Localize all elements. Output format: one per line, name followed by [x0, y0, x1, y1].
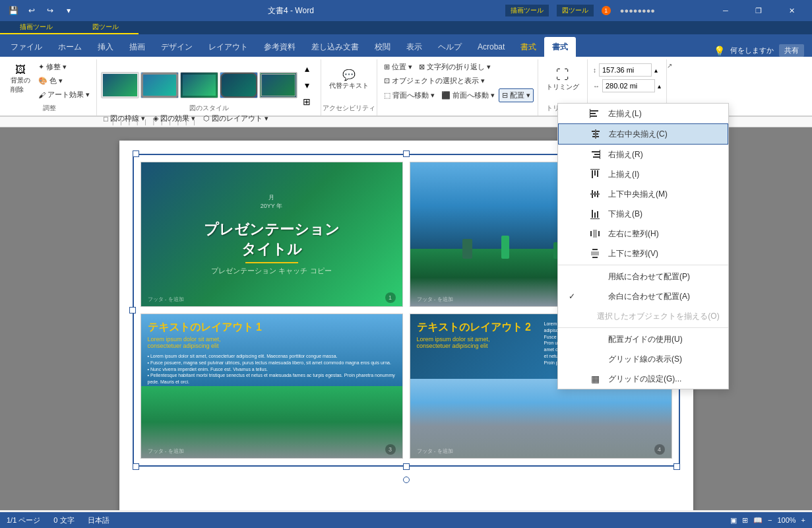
color-button[interactable]: 🎨 色 ▾ — [36, 75, 92, 87]
style-thumb-1[interactable] — [101, 72, 139, 98]
width-input[interactable] — [602, 79, 655, 92]
align-left-check — [569, 109, 582, 118]
tab-review[interactable]: 校閲 — [367, 37, 398, 57]
remove-bg-button[interactable]: 🖼 背景の削除 — [7, 61, 34, 98]
svg-rect-25 — [593, 230, 597, 238]
handle-bottom-center[interactable] — [403, 463, 410, 470]
width-row: ↔ ▴ — [593, 79, 661, 92]
handle-bottom-right[interactable] — [673, 463, 680, 470]
handle-top-left[interactable] — [133, 150, 139, 157]
undo-qat-button[interactable]: ↩ — [24, 3, 40, 18]
tab-design[interactable]: デザイン — [153, 37, 201, 57]
align-arrow: ▾ — [526, 91, 530, 100]
tab-file[interactable]: ファイル — [3, 37, 50, 57]
figure-effect-button[interactable]: ◈ 図の効果 ▾ — [150, 112, 198, 125]
tab-view[interactable]: 表示 — [398, 37, 430, 57]
bring-front-button[interactable]: ⬛ 前面へ移動 ▾ — [439, 88, 497, 102]
obj-select-button[interactable]: ⊡ オブジェクトの選択と表示 ▾ — [381, 75, 487, 87]
menu-distribute-v[interactable]: 上下に整列(V) — [558, 244, 728, 263]
menu-align-top[interactable]: 上揃え(I) — [558, 164, 728, 184]
tab-home[interactable]: ホーム — [50, 37, 90, 57]
tab-insert[interactable]: 挿入 — [90, 37, 121, 57]
language: 日本語 — [88, 515, 109, 525]
width-spinner-up[interactable]: ▴ — [658, 82, 661, 90]
handle-bottom-left[interactable] — [133, 463, 139, 470]
slide4-number: 4 — [654, 444, 665, 455]
menu-align-right[interactable]: 右揃え(R) — [558, 145, 728, 164]
style-scroll-down-button[interactable]: ▾ — [299, 77, 315, 93]
obj-select-icon: ⊡ — [384, 77, 390, 85]
menu-align-left[interactable]: 左揃え(L) — [558, 104, 728, 123]
menu-show-grid[interactable]: グリッド線の表示(S) — [558, 349, 728, 369]
handle-top-center[interactable] — [403, 150, 410, 157]
redo-qat-button[interactable]: ↪ — [42, 3, 58, 18]
zoom-in-button[interactable]: + — [801, 516, 805, 524]
style-thumbnails-row: ▴ ▾ ⊞ — [101, 61, 317, 110]
grid-settings-check — [569, 374, 582, 383]
alt-text-label: 代替テキスト — [329, 81, 369, 90]
customize-qat-button[interactable]: ▾ — [61, 3, 77, 18]
view-read-icon[interactable]: 📖 — [753, 516, 763, 525]
window-title: 文書4 - Word — [77, 5, 505, 16]
view-layout-icon[interactable]: ⊞ — [742, 516, 748, 525]
send-back-icon: ⬚ — [384, 91, 390, 100]
what-do-input[interactable]: 何をしますか — [730, 46, 774, 55]
menu-distribute-h[interactable]: 左右に整列(H) — [558, 224, 728, 244]
style-thumb-2[interactable] — [141, 72, 179, 98]
svg-rect-11 — [600, 150, 600, 159]
figure-styles-group-label: 図のスタイル — [97, 104, 321, 113]
height-input[interactable] — [599, 63, 652, 77]
handle-left[interactable] — [129, 307, 136, 314]
size-inputs: ↕ ▴ ↔ ▴ — [593, 61, 661, 92]
menu-grid-settings[interactable]: ▦ グリッドの設定(G)... — [558, 369, 728, 389]
tab-acrobat[interactable]: Acrobat — [470, 37, 513, 57]
context-label-pic-tools: 図ツール — [73, 21, 139, 34]
alt-text-button[interactable]: 💬 代替テキスト — [325, 61, 373, 98]
minimize-button[interactable]: ─ — [710, 0, 741, 21]
distribute-h-icon — [588, 227, 602, 240]
figure-border-button[interactable]: □ 図の枠線 ▾ — [101, 112, 148, 125]
rotate-handle[interactable] — [403, 477, 410, 483]
tab-format-picture[interactable]: 書式 — [544, 37, 576, 57]
tab-help[interactable]: ヘルプ — [430, 37, 470, 57]
menu-align-center[interactable]: 左右中央揃え(C) — [558, 123, 728, 145]
tab-layout[interactable]: レイアウト — [201, 37, 256, 57]
tab-references[interactable]: 参考資料 — [256, 37, 303, 57]
menu-align-middle[interactable]: 上下中央揃え(M) — [558, 184, 728, 204]
menu-align-bottom[interactable]: 下揃え(B) — [558, 204, 728, 224]
menu-align-page[interactable]: 用紙に合わせて配置(P) — [558, 267, 728, 286]
position-button[interactable]: ⊞ 位置 ▾ — [381, 61, 415, 73]
view-normal-icon[interactable]: ▣ — [730, 516, 737, 525]
restore-button[interactable]: ❐ — [743, 0, 774, 21]
tab-format-text[interactable]: 書式 — [513, 37, 544, 57]
send-back-button[interactable]: ⬚ 背面へ移動 ▾ — [381, 88, 437, 102]
height-spinner-up[interactable]: ▴ — [654, 67, 658, 74]
user-account[interactable]: ●●●●●●●● — [620, 7, 655, 15]
save-qat-button[interactable]: 💾 — [5, 3, 21, 18]
align-top-label: 上揃え(I) — [608, 169, 639, 180]
menu-sep-2 — [558, 327, 728, 328]
close-button[interactable]: ✕ — [776, 0, 807, 21]
alt-text-icon: 💬 — [342, 69, 356, 81]
figure-border-icon: □ — [104, 115, 108, 123]
style-thumb-3[interactable] — [180, 72, 218, 98]
style-thumb-4[interactable] — [220, 72, 258, 98]
align-bottom-icon — [588, 207, 602, 220]
share-button[interactable]: 共有 — [779, 44, 804, 57]
tab-draw[interactable]: 描画 — [121, 37, 153, 57]
align-button[interactable]: ⊟ 配置 ▾ — [499, 88, 534, 102]
menu-align-margin[interactable]: ✓ 余白に合わせて配置(A) — [558, 286, 728, 306]
style-scroll-up-button[interactable]: ▴ — [299, 61, 315, 77]
crop-button[interactable]: ⛶ トリミング — [542, 61, 583, 98]
help-icon[interactable]: 💡 — [714, 46, 725, 56]
text-wrap-button[interactable]: ⊠ 文字列の折り返し ▾ — [416, 61, 493, 73]
tab-mailings[interactable]: 差し込み文書 — [303, 37, 367, 57]
art-effect-button[interactable]: 🖌 アート効果 ▾ — [36, 88, 92, 101]
correction-button[interactable]: ✦ 修整 ▾ — [36, 61, 92, 73]
svg-rect-14 — [597, 170, 598, 177]
zoom-out-button[interactable]: − — [768, 516, 772, 524]
svg-rect-28 — [591, 251, 599, 255]
style-thumb-5[interactable] — [259, 72, 297, 98]
figure-layout-button[interactable]: ⬡ 図のレイアウト ▾ — [201, 112, 271, 125]
menu-align-guide[interactable]: 配置ガイドの使用(U) — [558, 329, 728, 349]
